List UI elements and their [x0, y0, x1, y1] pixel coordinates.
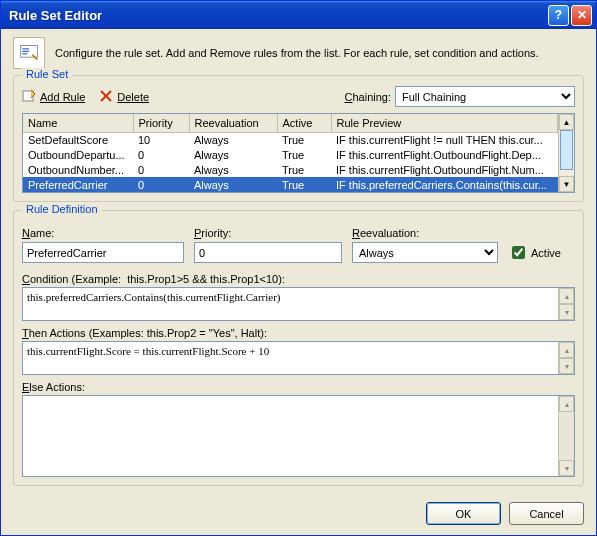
ok-button[interactable]: OK: [426, 502, 501, 525]
col-preview[interactable]: Rule Preview: [331, 114, 558, 132]
help-button[interactable]: ?: [548, 5, 569, 26]
definition-legend: Rule Definition: [22, 203, 102, 215]
scroll-down-icon[interactable]: ▼: [559, 176, 574, 192]
cell-active: True: [277, 162, 331, 177]
cell-reeval: Always: [189, 147, 277, 162]
else-field[interactable]: [23, 396, 558, 476]
add-rule-label: Add Rule: [40, 91, 85, 103]
dialog-body: Configure the rule set. Add and Remove r…: [1, 29, 596, 535]
delete-label: Delete: [117, 91, 149, 103]
scroll-down-icon[interactable]: ▾: [559, 460, 574, 476]
cell-preview: IF this.currentFlight != null THEN this.…: [331, 132, 558, 147]
scroll-down-icon[interactable]: ▾: [559, 358, 574, 374]
scroll-thumb[interactable]: [560, 130, 573, 170]
rules-grid[interactable]: Name Priority Reevaluation Active Rule P…: [22, 113, 575, 193]
then-scrollbar[interactable]: ▴▾: [558, 342, 574, 374]
condition-field[interactable]: this.preferredCarriers.Contains(this.cur…: [23, 288, 558, 318]
intro-text: Configure the rule set. Add and Remove r…: [55, 47, 539, 59]
dialog-footer: OK Cancel: [13, 494, 584, 525]
active-label[interactable]: Active: [531, 247, 561, 259]
cell-priority: 10: [133, 132, 189, 147]
name-field[interactable]: [22, 242, 184, 263]
cancel-button[interactable]: Cancel: [509, 502, 584, 525]
grid-header[interactable]: Name Priority Reevaluation Active Rule P…: [23, 114, 574, 132]
ruleset-legend: Rule Set: [22, 68, 72, 80]
active-checkbox[interactable]: [512, 246, 525, 259]
cell-reeval: Always: [189, 162, 277, 177]
else-label: Else Actions:: [22, 381, 575, 393]
cell-active: True: [277, 132, 331, 147]
scroll-up-icon[interactable]: ▴: [559, 288, 574, 304]
scroll-down-icon[interactable]: ▾: [559, 304, 574, 320]
ruleset-toolbar: Add Rule Delete Chaining: Full Chaining: [22, 86, 575, 107]
table-row[interactable]: SetDefaultScore10AlwaysTrueIF this.curre…: [23, 132, 574, 147]
close-button[interactable]: ✕: [571, 5, 592, 26]
cell-reeval: Always: [189, 177, 277, 192]
scroll-up-icon[interactable]: ▴: [559, 396, 574, 412]
title-bar: Rule Set Editor ? ✕: [1, 1, 596, 29]
cell-active: True: [277, 147, 331, 162]
cell-reeval: Always: [189, 132, 277, 147]
window-title: Rule Set Editor: [9, 8, 546, 23]
chaining-label: Chaining:: [345, 91, 392, 103]
then-label: Then Actions (Examples: this.Prop2 = "Ye…: [22, 327, 575, 339]
table-row[interactable]: OutboundNumber...0AlwaysTrueIF this.curr…: [23, 162, 574, 177]
chaining-select[interactable]: Full Chaining: [395, 86, 575, 107]
name-label: Name:: [22, 227, 184, 239]
col-reevaluation[interactable]: Reevaluation: [189, 114, 277, 132]
reeval-label: Reevaluation:: [352, 227, 498, 239]
delete-button[interactable]: Delete: [99, 89, 149, 105]
condition-box: this.preferredCarriers.Contains(this.cur…: [22, 287, 575, 321]
scroll-up-icon[interactable]: ▴: [559, 342, 574, 358]
col-active[interactable]: Active: [277, 114, 331, 132]
col-name[interactable]: Name: [23, 114, 133, 132]
intro-row: Configure the rule set. Add and Remove r…: [13, 37, 584, 69]
ruleset-group: Rule Set Add Rule Delete Chaining: Full …: [13, 75, 584, 202]
grid-scrollbar[interactable]: ▲ ▼: [558, 114, 574, 192]
cell-name: SetDefaultScore: [23, 132, 133, 147]
cell-priority: 0: [133, 177, 189, 192]
dialog-window: Rule Set Editor ? ✕ Configure the rule s…: [0, 0, 597, 536]
else-scrollbar[interactable]: ▴▾: [558, 396, 574, 476]
table-row[interactable]: PreferredCarrier0AlwaysTrueIF this.prefe…: [23, 177, 574, 192]
reeval-select[interactable]: Always: [352, 242, 498, 263]
table-row[interactable]: OutboundDepartu...0AlwaysTrueIF this.cur…: [23, 147, 574, 162]
col-priority[interactable]: Priority: [133, 114, 189, 132]
delete-icon: [99, 89, 113, 105]
cell-active: True: [277, 177, 331, 192]
cell-priority: 0: [133, 162, 189, 177]
cell-name: PreferredCarrier: [23, 177, 133, 192]
scroll-up-icon[interactable]: ▲: [559, 114, 574, 130]
cell-name: OutboundDepartu...: [23, 147, 133, 162]
add-rule-icon: [22, 89, 36, 105]
cell-preview: IF this.currentFlight.OutboundFlight.Dep…: [331, 147, 558, 162]
then-field[interactable]: this.currentFlight.Score = this.currentF…: [23, 342, 558, 372]
add-rule-button[interactable]: Add Rule: [22, 89, 85, 105]
else-box: ▴▾: [22, 395, 575, 477]
then-box: this.currentFlight.Score = this.currentF…: [22, 341, 575, 375]
priority-label: Priority:: [194, 227, 342, 239]
condition-scrollbar[interactable]: ▴▾: [558, 288, 574, 320]
cell-preview: IF this.preferredCarriers.Contains(this.…: [331, 177, 558, 192]
priority-field[interactable]: [194, 242, 342, 263]
definition-group: Rule Definition Name: Priority: Reevalua…: [13, 210, 584, 486]
cell-preview: IF this.currentFlight.OutboundFlight.Num…: [331, 162, 558, 177]
cell-priority: 0: [133, 147, 189, 162]
condition-label: Condition (Example: this.Prop1>5 && this…: [22, 273, 575, 285]
cell-name: OutboundNumber...: [23, 162, 133, 177]
ruleset-icon: [13, 37, 45, 69]
